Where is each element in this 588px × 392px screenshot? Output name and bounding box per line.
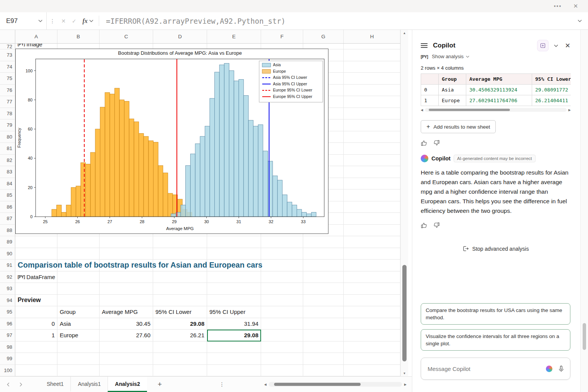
copilot-close-icon[interactable]: ✕	[565, 42, 570, 50]
menu-icon[interactable]	[421, 43, 428, 48]
cell-H75[interactable]	[344, 73, 400, 85]
cell-H99[interactable]	[344, 353, 400, 365]
collapse-pane-icon[interactable]	[554, 44, 558, 47]
cell-H81[interactable]	[344, 143, 400, 155]
cell-A89[interactable]	[15, 236, 57, 248]
cell-H90[interactable]	[344, 248, 400, 260]
column-header-H[interactable]: H	[344, 30, 400, 43]
formula-bar-options-icon[interactable]: ⋮	[47, 12, 58, 29]
cell-G98[interactable]	[303, 341, 344, 353]
cell-E100[interactable]	[207, 365, 261, 377]
copilot-input-icon[interactable]	[546, 366, 552, 372]
cell-D94[interactable]	[153, 295, 207, 307]
scroll-left-icon[interactable]: ◀	[421, 108, 423, 112]
cell-B98[interactable]	[57, 341, 100, 353]
cell-G96[interactable]	[303, 318, 344, 330]
row-header-78[interactable]: 78	[0, 108, 15, 120]
row-header-90[interactable]: 90	[0, 248, 15, 260]
cell-F94[interactable]	[261, 295, 303, 307]
cell-F95[interactable]	[261, 306, 303, 318]
cell-H76[interactable]	[344, 85, 400, 96]
cell-F98[interactable]	[261, 341, 303, 353]
thumbs-down-icon[interactable]	[433, 222, 440, 229]
cell-G97[interactable]	[303, 330, 344, 341]
cell-G94[interactable]	[303, 295, 344, 307]
table-scrollbar[interactable]: ◀ ▶	[421, 108, 571, 112]
cell-B99[interactable]	[57, 353, 100, 365]
row-header-82[interactable]: 82	[0, 155, 15, 167]
chevron-down-icon[interactable]	[38, 20, 42, 22]
cell-D98[interactable]	[153, 341, 207, 353]
scroll-down-icon[interactable]: ▼	[403, 370, 406, 376]
scrollbar-thumb[interactable]	[429, 109, 510, 111]
row-header-75[interactable]: 75	[0, 73, 15, 85]
cell-B94[interactable]	[57, 295, 100, 307]
cell-A95[interactable]	[15, 306, 57, 318]
name-box[interactable]: E97	[0, 12, 47, 29]
scrollbar-track[interactable]	[425, 108, 567, 112]
stop-analysis-button[interactable]: Stop advanced analysis	[462, 245, 529, 252]
column-header-C[interactable]: C	[100, 30, 153, 43]
row-header-96[interactable]: 96	[0, 318, 15, 330]
cell-F92[interactable]	[261, 271, 303, 283]
row-header-84[interactable]: 84	[0, 178, 15, 190]
cell-H88[interactable]	[344, 225, 400, 237]
copilot-input[interactable]: Message Copilot	[421, 358, 570, 380]
add-results-button[interactable]: + Add results to new sheet	[421, 120, 496, 133]
cell-D100[interactable]	[153, 365, 207, 377]
column-header-D[interactable]: D	[153, 30, 207, 43]
microphone-icon[interactable]	[558, 365, 565, 372]
scroll-right-icon[interactable]: ▶	[568, 108, 571, 112]
cell-H91[interactable]	[344, 260, 400, 271]
row-header-87[interactable]: 87	[0, 213, 15, 225]
row-header-83[interactable]: 83	[0, 166, 15, 178]
row-header-93[interactable]: 93	[0, 283, 15, 295]
cell-B96[interactable]: Asia	[57, 318, 100, 330]
cell-G99[interactable]	[303, 353, 344, 365]
cell-C98[interactable]	[100, 341, 153, 353]
tabs-scroll-right-icon[interactable]	[20, 382, 22, 387]
cell-A90[interactable]	[15, 248, 57, 260]
cell-C100[interactable]	[100, 365, 153, 377]
row-header-100[interactable]: 100	[0, 365, 15, 377]
cell-D95[interactable]: 95% CI Lower	[153, 306, 207, 318]
suggestion-chip[interactable]: Visualize the confidence intervals for a…	[421, 329, 570, 351]
cell-H97[interactable]	[344, 330, 400, 341]
column-header-A[interactable]: A	[15, 30, 57, 43]
cell-G95[interactable]	[303, 306, 344, 318]
cell-H100[interactable]	[344, 365, 400, 377]
row-header-73[interactable]: 73	[0, 49, 15, 61]
cell-G92[interactable]	[303, 271, 344, 283]
cell-H94[interactable]	[344, 295, 400, 307]
cell-G90[interactable]	[303, 248, 344, 260]
formula-bar-expand-icon[interactable]	[572, 12, 588, 29]
window-more-icon[interactable]: •••	[554, 3, 562, 9]
cell-E96[interactable]: 31.94	[207, 318, 261, 330]
add-sheet-button[interactable]: +	[158, 377, 162, 392]
cell-A97[interactable]: 1	[15, 330, 57, 341]
row-header-74[interactable]: 74	[0, 61, 15, 73]
window-close-icon[interactable]: ✕	[573, 3, 579, 10]
row-header-80[interactable]: 80	[0, 131, 15, 143]
scroll-right-icon[interactable]: ▶	[404, 383, 407, 386]
cell-C94[interactable]	[100, 295, 153, 307]
scrollbar-thumb[interactable]	[583, 323, 586, 350]
cell-E90[interactable]	[207, 248, 261, 260]
confirm-entry-icon[interactable]: ✓	[69, 12, 80, 29]
cell-H92[interactable]	[344, 271, 400, 283]
thumbs-down-icon[interactable]	[433, 140, 440, 146]
cell-B89[interactable]	[57, 236, 100, 248]
row-header-89[interactable]: 89	[0, 236, 15, 248]
cell-D90[interactable]	[153, 248, 207, 260]
cell-H83[interactable]	[344, 166, 400, 178]
cell-C89[interactable]	[100, 236, 153, 248]
scrollbar-track[interactable]	[401, 36, 408, 370]
cell-H95[interactable]	[344, 306, 400, 318]
cell-D93[interactable]	[153, 283, 207, 295]
cell-H87[interactable]	[344, 213, 400, 225]
cell-H79[interactable]	[344, 119, 400, 131]
cell-E97[interactable]: 29.08	[207, 330, 261, 341]
cell-A91[interactable]: Comparison table of bootstrap results fo…	[15, 260, 57, 271]
cell-F89[interactable]	[261, 236, 303, 248]
cell-A99[interactable]	[15, 353, 57, 365]
